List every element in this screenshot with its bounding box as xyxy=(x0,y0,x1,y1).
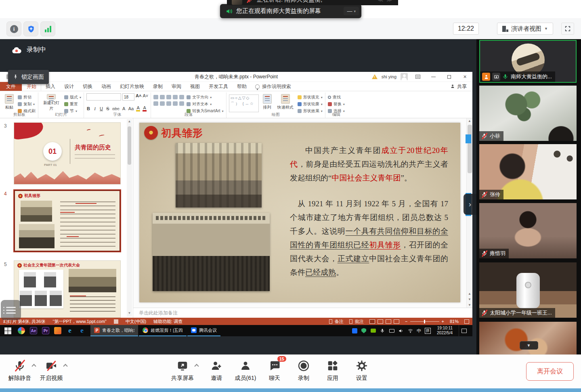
find-button[interactable]: 查找 xyxy=(328,94,345,100)
comments-toggle-button[interactable]: 批注 xyxy=(349,319,364,325)
justify-icon[interactable] xyxy=(173,101,178,106)
taskbar-clock[interactable]: 19:10:11 2022/5/4 xyxy=(434,326,455,335)
tray-pc-icon[interactable] xyxy=(389,328,394,333)
italic-button[interactable]: I xyxy=(93,106,97,111)
scrollbar-thumb[interactable] xyxy=(468,125,472,173)
zoom-control[interactable]: −+ xyxy=(405,319,444,324)
close-button[interactable]: × xyxy=(459,72,471,82)
change-case-button[interactable]: Aa xyxy=(128,106,134,111)
shrink-font-icon[interactable]: A˅ xyxy=(143,93,148,101)
new-slide-button[interactable]: 新建幻灯片 xyxy=(41,93,62,112)
view-mode-dropdown[interactable]: 演讲者视图 ▼ xyxy=(497,23,553,35)
toolbar-share-screen-button[interactable]: 共享屏幕 xyxy=(171,359,199,382)
browser-circle-button[interactable] xyxy=(15,325,27,336)
ribbon-tab-5[interactable]: 动画 xyxy=(97,82,115,91)
ribbon-tab-6[interactable]: 幻灯片放映 xyxy=(115,82,149,91)
banner-collapse-button[interactable]: — ▾ xyxy=(344,7,359,15)
minimize-button[interactable] xyxy=(428,72,439,82)
tray-speaker-icon[interactable] xyxy=(398,328,404,333)
replace-button[interactable]: 替换▾ xyxy=(328,101,345,107)
chevron-up-icon[interactable] xyxy=(31,364,36,368)
tray-mic-icon[interactable] xyxy=(380,328,385,333)
ribbon-tab-10[interactable]: 开发工具 xyxy=(204,82,233,91)
toolbar-camera-muted-button[interactable]: 开启视频 xyxy=(40,359,68,382)
font-name-input[interactable] xyxy=(86,93,121,101)
cut-button[interactable]: 剪切 xyxy=(18,94,36,100)
bullets-icon[interactable] xyxy=(153,95,158,99)
underline-button[interactable]: U xyxy=(99,106,103,111)
font-size-input[interactable] xyxy=(122,93,134,101)
sidebar-collapse-handle[interactable]: › xyxy=(464,194,476,215)
tray-meeting-icon[interactable] xyxy=(352,328,357,333)
account-avatar[interactable] xyxy=(401,73,408,80)
zoom-level[interactable]: 81% xyxy=(450,319,459,324)
highlight-color-button[interactable]: A xyxy=(136,105,140,111)
bold-button[interactable]: B xyxy=(86,106,90,111)
notes-toggle-button[interactable]: 备注 xyxy=(329,319,344,325)
text-direction-button[interactable]: 文字方向▾ xyxy=(187,94,223,100)
network-quality-button[interactable] xyxy=(40,21,55,36)
spellcheck-button[interactable] xyxy=(114,319,118,324)
leave-meeting-button[interactable]: 离开会议 xyxy=(526,362,574,381)
participant-tile[interactable]: 小菲 xyxy=(479,86,577,141)
start-button[interactable] xyxy=(0,325,15,336)
char-spacing-button[interactable]: A xyxy=(122,106,126,111)
taskbar-window-powerpoint[interactable]: P青春之歌，唱响未... xyxy=(90,325,138,336)
slide-canvas[interactable]: 初具雏形 中国共产主义青年团成立于20世纪20年代，前身是由经受五四运动洗礼的共… xyxy=(139,123,460,302)
protection-button[interactable] xyxy=(23,21,38,36)
ribbon-tab-7[interactable]: 录制 xyxy=(149,82,167,91)
accessibility-status[interactable]: 辅助功能: 调查 xyxy=(153,319,182,325)
fullscreen-button[interactable] xyxy=(561,23,574,35)
ribbon-tab-3[interactable]: 设计 xyxy=(60,82,78,91)
toolbar-settings-button[interactable]: 设置 xyxy=(350,359,373,382)
tell-me-search[interactable]: 操作说明搜索 xyxy=(251,82,295,91)
chevron-up-icon[interactable] xyxy=(194,364,199,368)
participant-tile[interactable]: 太阳城小学一年级一班王... xyxy=(479,262,577,318)
toolbar-invite-button[interactable]: 邀请 xyxy=(205,359,228,382)
participant-tile[interactable]: 南师大黄益衡的... xyxy=(479,40,577,83)
tray-wifi-icon[interactable] xyxy=(407,328,413,333)
scrollbar-thumb[interactable] xyxy=(128,126,131,165)
action-center-button[interactable] xyxy=(459,325,469,336)
media-app-button[interactable] xyxy=(52,325,64,336)
slideshow-button[interactable] xyxy=(394,319,399,324)
premiere-button[interactable]: Pr xyxy=(40,325,52,336)
copy-button[interactable]: 复制▾ xyxy=(18,101,36,107)
taskbar-window-meeting[interactable]: 腾讯会议 xyxy=(187,325,220,336)
toolbar-chat-button[interactable]: 15聊天 xyxy=(263,359,286,382)
indent-increase-icon[interactable] xyxy=(173,95,178,99)
grow-font-icon[interactable]: A˄ xyxy=(136,93,141,101)
ribbon-tab-8[interactable]: 审阅 xyxy=(167,82,186,91)
normal-view-button[interactable] xyxy=(369,319,375,324)
participant-tile[interactable]: 雍惜羽 xyxy=(479,203,577,258)
slide-thumbnail-4-selected[interactable]: 初具雏形 xyxy=(14,190,120,252)
align-text-button[interactable]: 对齐文本▾ xyxy=(187,101,223,107)
sidebar-scroll-down-button[interactable]: ▼ xyxy=(520,341,538,350)
quick-styles-button[interactable]: 快速样式 xyxy=(276,93,295,112)
ribbon-display-options-button[interactable] xyxy=(412,72,424,82)
line-spacing-icon[interactable] xyxy=(179,95,184,99)
notes-pane[interactable]: 单击此处添加备注 xyxy=(133,308,472,318)
reset-button[interactable]: 重置 xyxy=(64,101,81,107)
indent-decrease-icon[interactable] xyxy=(166,95,171,99)
align-right-icon[interactable] xyxy=(166,101,171,106)
internet-explorer-button[interactable]: e xyxy=(64,325,76,336)
font-color-button[interactable]: A xyxy=(143,105,147,111)
tray-language-indicator[interactable]: 中 xyxy=(417,328,421,334)
share-button[interactable]: 共享 xyxy=(445,82,472,91)
toolbar-apps-button[interactable]: 应用 xyxy=(321,359,344,382)
ribbon-tab-11[interactable]: 帮助 xyxy=(233,82,251,91)
align-center-icon[interactable] xyxy=(160,101,165,106)
after-effects-button[interactable]: Ae xyxy=(27,325,40,336)
participant-tile[interactable]: 张伶 xyxy=(479,144,577,199)
tray-nvidia-icon[interactable] xyxy=(370,328,376,333)
slide-thumbnail-3[interactable]: 01 PART 01 共青团的历史 xyxy=(14,123,120,184)
toolbar-record-button[interactable]: 录制 xyxy=(292,359,315,382)
columns-icon[interactable] xyxy=(179,101,184,106)
ribbon-tab-9[interactable]: 视图 xyxy=(186,82,204,91)
shape-fill-button[interactable]: 形状填充▾ xyxy=(298,94,323,100)
reading-view-button[interactable] xyxy=(386,319,391,324)
ribbon-tab-4[interactable]: 切换 xyxy=(78,82,97,91)
zoom-slider-thumb[interactable] xyxy=(424,320,425,323)
restore-button[interactable] xyxy=(443,72,455,82)
